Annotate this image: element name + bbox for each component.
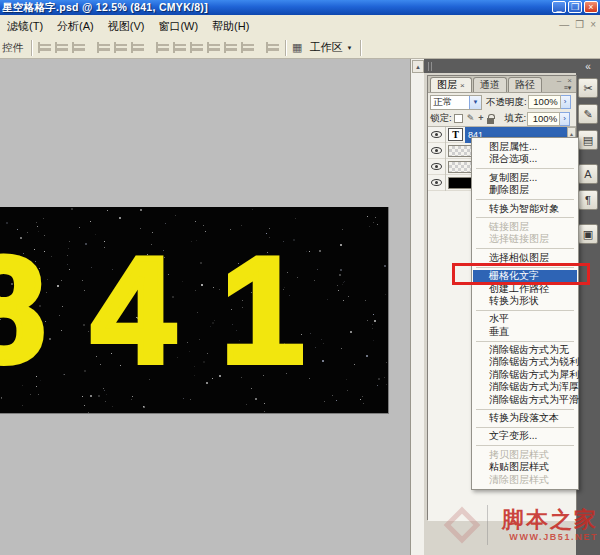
context-menu-item[interactable]: 转换为段落文本 [473,412,577,424]
context-menu-item[interactable]: 混合选项... [473,153,577,165]
opacity-arrow-icon[interactable]: › [561,95,571,109]
context-menu-item[interactable]: 消除锯齿方式为浑厚 [473,381,577,393]
visibility-cell[interactable] [428,159,446,175]
star [366,355,368,357]
context-menu-item[interactable]: 粘贴图层样式 [473,461,577,473]
tab-channels[interactable]: 通道 [473,77,507,92]
watermark-divider [487,505,488,545]
context-menu-item[interactable]: 复制图层... [473,172,577,184]
scroll-up-icon[interactable]: ▲ [412,60,424,73]
layer-thumbnail[interactable]: T [448,128,463,141]
visibility-cell[interactable] [428,143,446,159]
brushes-icon[interactable]: ✎ [578,104,598,124]
lock-all-icon[interactable] [487,118,494,124]
star [377,385,378,386]
opacity-value[interactable]: 100% [528,95,561,109]
clone-source-icon[interactable]: ▤ [578,130,598,150]
menu-filter[interactable]: 滤镜(T) [0,17,50,36]
star [385,294,386,295]
tab-layers[interactable]: 图层 × [430,77,472,92]
star [374,320,376,322]
paragraph-panel-icon[interactable]: ¶ [578,190,598,210]
visibility-cell[interactable] [428,127,446,143]
eye-icon[interactable] [431,147,442,154]
doc-close-icon[interactable]: × [590,19,596,31]
context-menu-item[interactable]: 水平 [473,313,577,325]
align-icon[interactable] [72,42,85,53]
align-icon[interactable] [241,42,254,53]
dock-grip[interactable] [428,62,433,71]
context-menu-item[interactable]: 垂直 [473,326,577,338]
document-window-controls: — ❒ × [559,19,596,31]
context-menu-item: 清除图层样式 [473,474,577,486]
context-menu-item[interactable]: 选择相似图层 [473,252,577,264]
minimize-button[interactable]: _ [552,1,566,13]
expand-dock-icon[interactable]: « [576,61,600,72]
vertical-scrollbar[interactable]: ▲ [410,59,424,555]
doc-minimize-icon[interactable]: — [559,19,569,31]
lock-transparent-checkbox[interactable] [454,114,463,123]
workspace-button[interactable]: 工作区 ▼ [305,40,356,55]
eye-icon[interactable] [431,131,442,138]
align-icon[interactable] [156,42,169,53]
context-menu-item[interactable]: 消除锯齿方式为犀利 [473,369,577,381]
chevron-down-icon: ▼ [469,96,481,109]
context-menu-item[interactable]: 文字变形... [473,430,577,442]
layer-comps-icon[interactable]: ▣ [578,224,598,244]
align-icon[interactable] [190,42,203,53]
context-menu-item[interactable]: 转换为形状 [473,295,577,307]
document-canvas[interactable]: 841 [0,207,389,414]
context-menu-item[interactable]: 消除锯齿方式为无 [473,344,577,356]
align-icon[interactable] [114,42,127,53]
align-icon[interactable] [131,42,144,53]
lock-brush-icon[interactable]: ✎ [467,114,475,123]
align-icon[interactable] [224,42,237,53]
align-icon[interactable] [173,42,186,53]
context-menu-item[interactable]: 消除锯齿方式为平滑 [473,394,577,406]
panel-menu-icon[interactable]: ≡▾ [561,84,574,93]
separator [360,40,361,56]
doc-restore-icon[interactable]: ❒ [575,19,584,31]
align-icon[interactable] [207,42,220,53]
lock-icons: ✎ + [454,114,495,124]
menu-view[interactable]: 视图(V) [101,17,152,36]
menu-help[interactable]: 帮助(H) [205,17,256,36]
tab-paths-label: 路径 [515,78,535,92]
context-menu-item[interactable]: 转换为智能对象 [473,203,577,215]
eye-icon[interactable] [431,163,442,170]
menu-separator [476,267,574,268]
separator [31,40,32,56]
context-menu-item[interactable]: 删除图层 [473,184,577,196]
options-bar: 控件 ▦ 工作区 ▼ [0,37,600,59]
eye-icon[interactable] [431,179,442,186]
blend-mode-select[interactable]: 正常 ▼ [430,95,482,110]
context-menu-item[interactable]: 消除锯齿方式为锐利 [473,356,577,368]
window-controls: _ ❒ × [552,1,598,13]
align-icon[interactable] [55,42,68,53]
tool-presets-icon[interactable]: ✂ [578,78,598,98]
context-menu-item[interactable]: 栅格化文字 [473,270,577,282]
fill-value[interactable]: 100% [527,112,560,126]
fill-arrow-icon[interactable]: › [560,112,570,126]
tab-paths[interactable]: 路径 [508,77,542,92]
visibility-cell[interactable] [428,175,446,191]
menu-window[interactable]: 窗口(W) [151,17,205,36]
context-menu-item[interactable]: 图层属性... [473,141,577,153]
lock-move-icon[interactable]: + [478,114,483,123]
align-icon[interactable] [266,42,279,53]
show-transform-controls-label: 控件 [0,41,27,55]
character-panel-icon[interactable]: A [578,164,598,184]
dock-header: » [424,59,600,73]
window-title: 星空格格字.psd @ 12.5% (841, CMYK/8)] [0,1,208,15]
watermark-text: 脚本之家 WWW.JB51.NET [494,508,600,542]
star [360,399,361,400]
menu-analysis[interactable]: 分析(A) [50,17,101,36]
align-icon[interactable] [38,42,51,53]
fill-label: 填充: [504,112,526,125]
context-menu-item[interactable]: 创建工作路径 [473,283,577,295]
restore-button[interactable]: ❒ [568,1,582,13]
tab-close-icon[interactable]: × [460,81,465,90]
close-button[interactable]: × [584,1,598,13]
align-icon[interactable] [97,42,110,53]
star [367,320,368,321]
